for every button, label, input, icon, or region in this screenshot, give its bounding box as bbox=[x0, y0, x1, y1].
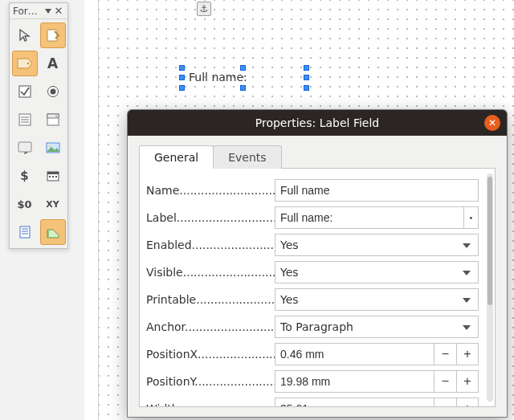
list-box-tool[interactable] bbox=[12, 107, 38, 133]
label-visible: Visible................................ bbox=[146, 266, 275, 279]
label-enabled: Enabled............................. bbox=[146, 239, 275, 251]
option-button-tool[interactable] bbox=[40, 79, 66, 104]
spin-positiony: − + bbox=[434, 370, 479, 393]
dialog-form-area: Name................................. La… bbox=[139, 169, 496, 407]
vertical-ruler bbox=[84, 0, 99, 420]
dialog-title: Properties: Label Field bbox=[255, 116, 379, 129]
label-anchor: Anchor............................... bbox=[146, 320, 275, 333]
svg-rect-17 bbox=[52, 176, 54, 177]
row-width: Width................................. −… bbox=[146, 395, 490, 407]
chevron-down-icon bbox=[463, 325, 471, 330]
row-enabled: Enabled............................. Yes bbox=[146, 231, 490, 259]
label-name: Name................................. bbox=[146, 184, 275, 197]
positiony-decrement[interactable]: − bbox=[434, 370, 456, 393]
close-icon: ✕ bbox=[488, 117, 496, 128]
spin-width: − + bbox=[434, 398, 479, 407]
dialog-close-button[interactable]: ✕ bbox=[484, 115, 500, 131]
input-positiony[interactable] bbox=[275, 370, 434, 393]
resize-handle-w[interactable] bbox=[179, 75, 185, 80]
svg-rect-16 bbox=[49, 176, 51, 177]
svg-rect-11 bbox=[18, 142, 31, 152]
toolbox-grid: A $ $0 XY bbox=[10, 19, 67, 248]
anchor-icon[interactable]: ⚓ bbox=[197, 2, 211, 16]
input-label[interactable] bbox=[275, 206, 464, 229]
row-visible: Visible................................ … bbox=[146, 259, 490, 286]
row-positiony: PositionY.......................... − + bbox=[146, 368, 490, 395]
combo-visible[interactable]: Yes bbox=[275, 261, 479, 283]
resize-handle-s[interactable] bbox=[240, 85, 246, 91]
checkbox-tool[interactable] bbox=[12, 79, 38, 104]
svg-point-13 bbox=[48, 145, 51, 148]
toolbox-titlebar[interactable]: For… ✕ bbox=[10, 3, 67, 19]
label-tool[interactable] bbox=[12, 51, 38, 76]
input-name[interactable] bbox=[275, 179, 479, 202]
label-positiony: PositionY.......................... bbox=[146, 375, 275, 388]
row-anchor: Anchor............................... To… bbox=[146, 313, 490, 340]
toolbox-menu-icon[interactable] bbox=[45, 9, 51, 14]
positionx-increment[interactable]: + bbox=[456, 343, 479, 365]
text-letter-tool[interactable]: A bbox=[40, 51, 66, 76]
row-label: Label.................................. … bbox=[146, 204, 490, 231]
form-controls-toolbox: For… ✕ A bbox=[9, 2, 68, 249]
row-positionx: PositionX.......................... − + bbox=[146, 340, 490, 368]
positiony-increment[interactable]: + bbox=[456, 370, 479, 393]
date-field-tool[interactable] bbox=[40, 163, 66, 189]
toolbox-close-icon[interactable]: ✕ bbox=[53, 6, 64, 16]
resize-handle-se[interactable] bbox=[304, 85, 309, 91]
svg-point-1 bbox=[27, 63, 29, 65]
dialog-tabs: General Events bbox=[128, 136, 507, 169]
resize-handle-e[interactable] bbox=[304, 75, 309, 80]
image-button-tool[interactable] bbox=[40, 135, 66, 161]
control-properties-tool[interactable] bbox=[40, 219, 66, 245]
svg-rect-10 bbox=[47, 114, 59, 118]
label-width: Width................................. bbox=[146, 402, 275, 407]
dialog-titlebar[interactable]: Properties: Label Field ✕ bbox=[128, 110, 507, 136]
positionx-decrement[interactable]: − bbox=[434, 343, 456, 365]
input-width[interactable] bbox=[275, 398, 434, 407]
row-printable: Printable........................... Yes bbox=[146, 286, 490, 313]
combo-enabled[interactable]: Yes bbox=[275, 234, 479, 256]
label-label: Label.................................. bbox=[146, 211, 275, 224]
resize-handle-sw[interactable] bbox=[179, 85, 185, 91]
combo-printable[interactable]: Yes bbox=[275, 288, 479, 311]
selected-label-text: Full name: bbox=[189, 71, 247, 84]
svg-rect-18 bbox=[55, 176, 57, 177]
spin-positionx: − + bbox=[434, 343, 479, 365]
chevron-down-icon bbox=[463, 298, 471, 303]
svg-rect-19 bbox=[20, 226, 30, 238]
chevron-down-icon bbox=[463, 243, 471, 248]
tab-general[interactable]: General bbox=[139, 145, 214, 169]
resize-handle-n[interactable] bbox=[240, 65, 246, 71]
form-properties-tool[interactable] bbox=[12, 219, 38, 245]
design-mode-tool[interactable] bbox=[40, 22, 66, 48]
toolbox-title: For… bbox=[13, 6, 43, 17]
label-positionx: PositionX.......................... bbox=[146, 348, 275, 361]
push-button-tool[interactable] bbox=[12, 135, 38, 161]
label-ellipsis-button[interactable]: • bbox=[464, 206, 479, 229]
tabs-spacer bbox=[281, 145, 496, 169]
combo-box-tool[interactable] bbox=[40, 107, 66, 133]
resize-handle-ne[interactable] bbox=[304, 65, 309, 71]
more-controls-tool[interactable]: XY bbox=[40, 191, 66, 217]
currency-field-tool[interactable]: $ bbox=[12, 163, 38, 189]
resize-handle-nw[interactable] bbox=[179, 65, 185, 71]
formatted-field-tool[interactable]: $0 bbox=[12, 191, 38, 217]
label-printable: Printable........................... bbox=[146, 293, 275, 306]
input-positionx[interactable] bbox=[275, 343, 434, 365]
width-increment[interactable]: + bbox=[456, 398, 479, 407]
row-name: Name................................. bbox=[146, 177, 490, 204]
svg-point-4 bbox=[50, 89, 55, 95]
select-tool[interactable] bbox=[12, 22, 38, 48]
width-decrement[interactable]: − bbox=[434, 398, 456, 407]
properties-dialog: Properties: Label Field ✕ General Events… bbox=[127, 109, 508, 418]
chevron-down-icon bbox=[463, 271, 471, 275]
form-scrollbar[interactable] bbox=[487, 173, 493, 402]
combo-anchor[interactable]: To Paragraph bbox=[275, 316, 479, 338]
svg-rect-15 bbox=[47, 172, 59, 174]
selected-label-field[interactable]: Full name: bbox=[182, 68, 306, 88]
scrollbar-thumb[interactable] bbox=[487, 177, 492, 305]
tab-events[interactable]: Events bbox=[213, 145, 281, 169]
